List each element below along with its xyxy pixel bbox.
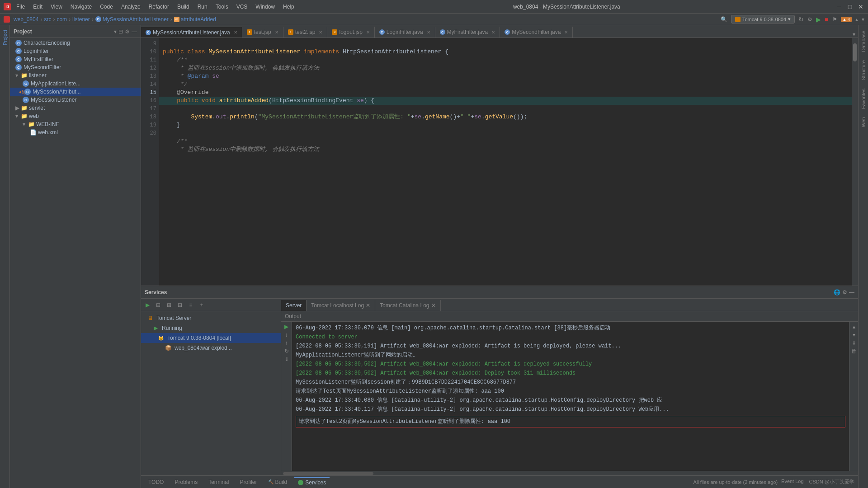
bb-tab-build[interactable]: 🔨 Build bbox=[264, 478, 291, 487]
stop-icon[interactable]: ■ bbox=[825, 16, 828, 23]
down-arrow-icon[interactable]: ↓ bbox=[285, 332, 288, 338]
minimize-button[interactable]: ─ bbox=[835, 3, 843, 10]
bc-item-listener[interactable]: listener bbox=[72, 16, 90, 23]
project-dropdown-icon[interactable]: ▾ bbox=[114, 28, 117, 35]
scroll-to-bottom-icon[interactable]: ⇓ bbox=[852, 340, 856, 346]
run-icon[interactable]: ▶ bbox=[816, 16, 821, 23]
output-tab-server[interactable]: Server bbox=[281, 300, 307, 311]
output-content[interactable]: 06-Aug-2022 17:33:30.079 信息 [main] org.a… bbox=[292, 322, 849, 471]
bb-tab-profiler[interactable]: Profiler bbox=[236, 478, 261, 487]
tree-item-mysecondfilter[interactable]: C MySecondFilter bbox=[10, 63, 141, 71]
run-action-icon[interactable]: ▶ bbox=[284, 324, 288, 330]
tab-testjsp[interactable]: J test.jsp ✕ bbox=[242, 27, 283, 38]
project-close-icon[interactable]: — bbox=[132, 28, 137, 35]
reload-icon[interactable]: ↻ bbox=[798, 16, 804, 23]
tab-close-icon[interactable]: ✕ bbox=[366, 302, 370, 309]
services-globe-icon[interactable]: 🌐 bbox=[834, 289, 840, 296]
warnings-down-icon[interactable]: ▾ bbox=[862, 16, 864, 23]
menu-tools[interactable]: Tools bbox=[212, 2, 232, 12]
menu-analyze[interactable]: Analyze bbox=[118, 2, 144, 12]
svc-tree-running[interactable]: ▶ Running bbox=[141, 323, 281, 333]
services-minimize-icon[interactable]: — bbox=[849, 289, 854, 296]
up-arrow-icon[interactable]: ↑ bbox=[285, 340, 288, 346]
tab-mysessionattribute[interactable]: C MySessionAttributeListener.java ✕ bbox=[141, 27, 242, 38]
tree-item-listener-folder[interactable]: ▾ 📁 listener bbox=[10, 71, 141, 80]
scroll-up-icon[interactable]: ▴ bbox=[853, 324, 855, 330]
hscrollbar-thumb[interactable] bbox=[283, 472, 373, 475]
structure-panel-label[interactable]: Structure bbox=[859, 56, 868, 84]
tree-item-myfirstfilter[interactable]: C MyFirstFilter bbox=[10, 55, 141, 63]
svc-filter2-button[interactable]: ≡ bbox=[186, 300, 195, 310]
event-log-link[interactable]: Event Log bbox=[781, 479, 804, 485]
menu-build[interactable]: Build bbox=[174, 2, 193, 12]
svc-run-button[interactable]: ▶ bbox=[143, 300, 152, 310]
tree-item-webinf-folder[interactable]: ▾ 📁 WEB-INF bbox=[10, 120, 141, 128]
tree-item-mysessionattribute[interactable]: ●!@ C MySessionAttribut... bbox=[10, 88, 141, 96]
svc-tree-war[interactable]: 📦 web_0804:war explod... bbox=[141, 343, 281, 353]
tree-item-mysessionlistener[interactable]: C MySessionListener bbox=[10, 96, 141, 104]
tree-item-web-folder[interactable]: ▾ 📁 web bbox=[10, 112, 141, 120]
menu-edit[interactable]: Edit bbox=[29, 2, 46, 12]
tree-item-servlet-folder[interactable]: ▶ 📁 servlet bbox=[10, 104, 141, 112]
project-sidebar-icon[interactable]: Project bbox=[0, 27, 9, 48]
menu-help[interactable]: Help bbox=[279, 2, 298, 12]
bb-tab-problems[interactable]: Problems bbox=[171, 478, 201, 487]
bc-item-class[interactable]: MySessionAttributeListener bbox=[103, 16, 169, 23]
svc-add-button[interactable]: + bbox=[197, 300, 206, 310]
services-settings-icon[interactable]: ⚙ bbox=[842, 289, 847, 296]
output-tab-catalina[interactable]: Tomcat Catalina Log ✕ bbox=[375, 300, 440, 311]
scroll-down-icon[interactable]: ▾ bbox=[853, 332, 855, 338]
menu-window[interactable]: Window bbox=[252, 2, 278, 12]
down-action-icon[interactable]: ⇓ bbox=[284, 356, 289, 362]
tabs-overflow-button[interactable]: ▾ bbox=[850, 31, 858, 38]
more-icon[interactable]: ⚑ bbox=[832, 16, 837, 23]
output-tab-localhost[interactable]: Tomcat Localhost Log ✕ bbox=[307, 300, 375, 311]
code-content[interactable]: public class MySessionAttributeListener … bbox=[159, 38, 852, 286]
svc-collapse-button[interactable]: ⊟ bbox=[154, 300, 163, 310]
close-button[interactable]: ✕ bbox=[857, 3, 864, 10]
tab-loginfilter[interactable]: C LoginFilter.java ✕ bbox=[375, 27, 435, 38]
tree-item-charencoding[interactable]: C CharacterEncoding bbox=[10, 39, 141, 47]
scrollbar-thumb[interactable] bbox=[853, 43, 857, 61]
tab-close-icon[interactable]: ✕ bbox=[366, 30, 370, 35]
menu-view[interactable]: View bbox=[47, 2, 66, 12]
clear-icon[interactable]: 🗑 bbox=[851, 348, 857, 354]
build-icon[interactable]: ⚙ bbox=[807, 16, 812, 23]
tab-close-icon[interactable]: ✕ bbox=[275, 30, 278, 35]
bc-item-method[interactable]: attributeAdded bbox=[181, 16, 216, 23]
tree-item-webxml[interactable]: 📄 web.xml bbox=[10, 128, 141, 136]
web-panel-label[interactable]: Web bbox=[859, 113, 868, 131]
menu-refactor[interactable]: Refactor bbox=[145, 2, 173, 12]
tab-logoutjsp[interactable]: J logout.jsp ✕ bbox=[327, 27, 374, 38]
project-settings-icon[interactable]: ⚙ bbox=[125, 28, 130, 35]
bc-item-com[interactable]: com bbox=[57, 16, 67, 23]
tomcat-config-button[interactable]: Tomcat 9.0.38-0804 ▾ bbox=[731, 15, 795, 23]
tab-myfirstfilter[interactable]: C MyFirstFilter.java ✕ bbox=[435, 27, 500, 38]
search-everywhere-icon[interactable]: 🔍 bbox=[721, 16, 727, 23]
tab-test2jsp[interactable]: J test2.jsp ✕ bbox=[283, 27, 328, 38]
reload-action-icon[interactable]: ↻ bbox=[284, 348, 289, 354]
tab-close-icon[interactable]: ✕ bbox=[564, 30, 568, 35]
svc-filter-button[interactable]: ⊟ bbox=[175, 300, 184, 310]
tab-close-icon[interactable]: ✕ bbox=[491, 30, 495, 35]
editor-scrollbar[interactable] bbox=[852, 38, 858, 286]
maximize-button[interactable]: □ bbox=[846, 3, 854, 10]
tab-mysecondfilter[interactable]: C MySecondFilter.java ✕ bbox=[500, 27, 573, 38]
menu-file[interactable]: File bbox=[13, 2, 28, 12]
tab-close-icon[interactable]: ✕ bbox=[427, 30, 430, 35]
svc-tree-tomcat-instance[interactable]: 🐱 Tomcat 9.0.38-0804 [local] bbox=[141, 333, 281, 343]
menu-vcs[interactable]: VCS bbox=[233, 2, 251, 12]
bc-item-src[interactable]: src bbox=[44, 16, 51, 23]
tree-item-loginfilter[interactable]: C LoginFilter bbox=[10, 47, 141, 55]
menu-navigate[interactable]: Navigate bbox=[67, 2, 95, 12]
tree-item-myapplistener[interactable]: C MyApplicationListe... bbox=[10, 80, 141, 88]
menu-run[interactable]: Run bbox=[194, 2, 211, 12]
bc-item-project[interactable]: web_0804 bbox=[14, 16, 38, 23]
output-hscrollbar[interactable] bbox=[281, 471, 858, 475]
bb-tab-terminal[interactable]: Terminal bbox=[205, 478, 232, 487]
project-collapse-icon[interactable]: ⊟ bbox=[118, 28, 123, 35]
bb-tab-services[interactable]: Services bbox=[294, 477, 330, 487]
bb-tab-todo[interactable]: TODO bbox=[145, 478, 167, 487]
tab-close-icon[interactable]: ✕ bbox=[234, 30, 237, 35]
menu-code[interactable]: Code bbox=[96, 2, 117, 12]
